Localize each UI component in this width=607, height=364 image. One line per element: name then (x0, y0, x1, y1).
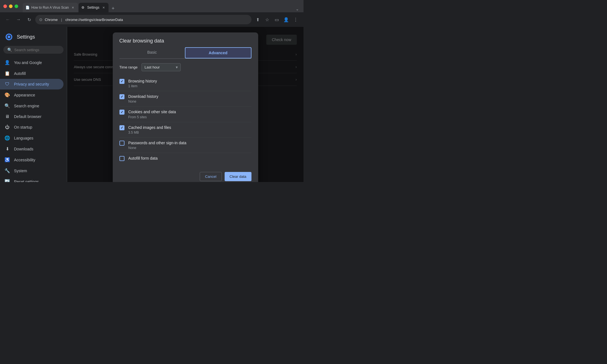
sidebar-toggle-button[interactable]: ▭ (272, 15, 281, 24)
maximize-button[interactable] (15, 4, 18, 8)
checkmark-cookies: ✓ (121, 110, 123, 114)
sidebar-item-privacy-security[interactable]: 🛡 Privacy and security (0, 79, 63, 89)
navbar: ← → ↻ ⊙ Chrome | chrome://settings/clear… (0, 12, 304, 27)
time-range-select[interactable]: Last hour Last 24 hours Last 7 days Last… (142, 63, 181, 71)
minimize-button[interactable] (9, 4, 13, 8)
check-sub-passwords: None (128, 146, 251, 150)
privacy-security-icon: 🛡 (4, 82, 10, 87)
tab-settings-label: Settings (87, 6, 99, 10)
tab-settings-favicon: ⚙ (81, 6, 85, 10)
check-label-autofill-form: Autofill form data (128, 156, 251, 161)
sidebar-item-appearance[interactable]: 🎨 Appearance (0, 89, 63, 100)
sidebar-item-label-downloads: Downloads (14, 147, 33, 151)
search-engine-icon: 🔍 (4, 103, 10, 108)
sidebar-header: Settings (0, 30, 67, 46)
sidebar-item-default-browser[interactable]: 🖥 Default browser (0, 111, 63, 122)
navbar-actions: ⬆ ☆ ▭ 👤 ⋮ (253, 15, 300, 24)
new-tab-button[interactable]: + (109, 4, 117, 12)
check-item-download-history: ✓ Download history None (119, 91, 251, 107)
search-bar[interactable]: 🔍 (3, 46, 63, 54)
checkbox-autofill-form[interactable] (119, 156, 124, 161)
sidebar-item-label-privacy-security: Privacy and security (14, 82, 49, 86)
sidebar-item-label-search-engine: Search engine (14, 104, 39, 108)
autofill-icon: 📋 (4, 71, 10, 76)
sidebar-item-label-reset-settings: Reset settings (14, 179, 39, 182)
sidebar-item-label-accessibility: Accessibility (14, 158, 35, 162)
tab-advanced[interactable]: Advanced (185, 47, 251, 58)
check-item-cookies: ✓ Cookies and other site data From 5 sit… (119, 107, 251, 122)
tab-virus[interactable]: 📄 How to Run A Virus Scan ✕ (23, 3, 78, 12)
sidebar-item-accessibility[interactable]: ♿ Accessibility (0, 154, 63, 165)
tabs-container: 📄 How to Run A Virus Scan ✕ ⚙ Settings ✕… (20, 0, 300, 12)
tab-menu-button[interactable]: ⌄ (295, 6, 300, 12)
address-site: Chrome (45, 18, 58, 22)
sidebar-item-you-and-google[interactable]: 👤 You and Google (0, 57, 63, 68)
check-title-passwords: Passwords and other sign-in data (128, 140, 251, 145)
share-button[interactable]: ⬆ (253, 15, 262, 24)
dialog-overlay[interactable]: Clear browsing data Basic Advanced Time … (67, 27, 304, 182)
check-item-browsing-history: ✓ Browsing history 1 item (119, 76, 251, 91)
dialog-tabs: Basic Advanced (119, 47, 251, 59)
clear-browsing-dialog: Clear browsing data Basic Advanced Time … (113, 32, 258, 182)
sidebar-item-label-appearance: Appearance (14, 93, 35, 97)
sidebar-item-on-startup[interactable]: ⏻ On startup (0, 122, 63, 133)
tab-virus-favicon: 📄 (25, 6, 29, 10)
tab-virus-close[interactable]: ✕ (71, 5, 75, 10)
menu-button[interactable]: ⋮ (291, 15, 300, 24)
on-startup-icon: ⏻ (4, 125, 10, 130)
svg-point-1 (8, 36, 10, 38)
bookmark-button[interactable]: ☆ (263, 15, 272, 24)
sidebar-item-label-you-and-google: You and Google (14, 60, 42, 65)
check-label-passwords: Passwords and other sign-in data None (128, 140, 251, 150)
checkbox-browsing-history[interactable]: ✓ (119, 79, 124, 84)
sidebar-item-search-engine[interactable]: 🔍 Search engine (0, 100, 63, 111)
check-sub-download-history: None (128, 100, 251, 103)
search-input[interactable] (14, 48, 61, 52)
appearance-icon: 🎨 (4, 92, 10, 98)
accessibility-icon: ♿ (4, 157, 10, 162)
back-button[interactable]: ← (3, 15, 12, 24)
checkbox-cached-images[interactable]: ✓ (119, 125, 124, 130)
checkmark-download-history: ✓ (121, 95, 123, 99)
sidebar: Settings 🔍 👤 You and Google 📋 Autofill 🛡… (0, 27, 67, 182)
reset-settings-icon: 🔄 (4, 179, 10, 182)
reload-button[interactable]: ↻ (25, 15, 34, 24)
check-sub-cookies: From 5 sites (128, 115, 251, 119)
dialog-title: Clear browsing data (113, 32, 258, 47)
checkbox-download-history[interactable]: ✓ (119, 94, 124, 99)
check-label-cached-images: Cached images and files 3.5 MB (128, 125, 251, 134)
tab-settings[interactable]: ⚙ Settings ✕ (79, 3, 109, 12)
time-range-label: Time range (119, 65, 138, 69)
address-separator: | (61, 18, 62, 22)
time-range-row: Time range Last hour Last 24 hours Last … (119, 63, 251, 71)
sidebar-item-system[interactable]: 🔧 System (0, 165, 63, 176)
check-label-browsing-history: Browsing history 1 item (128, 79, 251, 88)
search-icon: 🔍 (7, 48, 12, 52)
you-and-google-icon: 👤 (4, 60, 10, 65)
address-bar[interactable]: ⊙ Chrome | chrome://settings/clearBrowse… (35, 15, 251, 24)
cancel-button[interactable]: Cancel (200, 172, 222, 181)
tab-virus-label: How to Run A Virus Scan (31, 6, 69, 10)
checkbox-cookies[interactable]: ✓ (119, 110, 124, 115)
sidebar-item-downloads[interactable]: ⬇ Downloads (0, 143, 63, 154)
check-item-cached-images: ✓ Cached images and files 3.5 MB (119, 122, 251, 138)
forward-button[interactable]: → (14, 15, 23, 24)
sidebar-item-label-default-browser: Default browser (14, 114, 41, 119)
titlebar: 📄 How to Run A Virus Scan ✕ ⚙ Settings ✕… (0, 0, 304, 12)
sidebar-item-reset-settings[interactable]: 🔄 Reset settings (0, 176, 63, 182)
sidebar-item-label-on-startup: On startup (14, 125, 32, 129)
check-sub-cached-images: 3.5 MB (128, 131, 251, 134)
profile-button[interactable]: 👤 (282, 15, 291, 24)
content-area: Check now Safe Browsing › Always use sec… (67, 27, 304, 182)
tab-settings-close[interactable]: ✕ (101, 5, 106, 10)
languages-icon: 🌐 (4, 135, 10, 141)
sidebar-item-languages[interactable]: 🌐 Languages (0, 133, 63, 143)
checkbox-passwords[interactable] (119, 141, 124, 146)
clear-data-button[interactable]: Clear data (225, 172, 251, 181)
close-button[interactable] (3, 4, 7, 8)
chrome-logo-icon (4, 32, 13, 41)
sidebar-item-autofill[interactable]: 📋 Autofill (0, 68, 63, 79)
address-path: chrome://settings/clearBrowserData (65, 18, 123, 22)
tab-basic[interactable]: Basic (119, 47, 185, 58)
check-item-autofill-form: Autofill form data (119, 153, 251, 164)
